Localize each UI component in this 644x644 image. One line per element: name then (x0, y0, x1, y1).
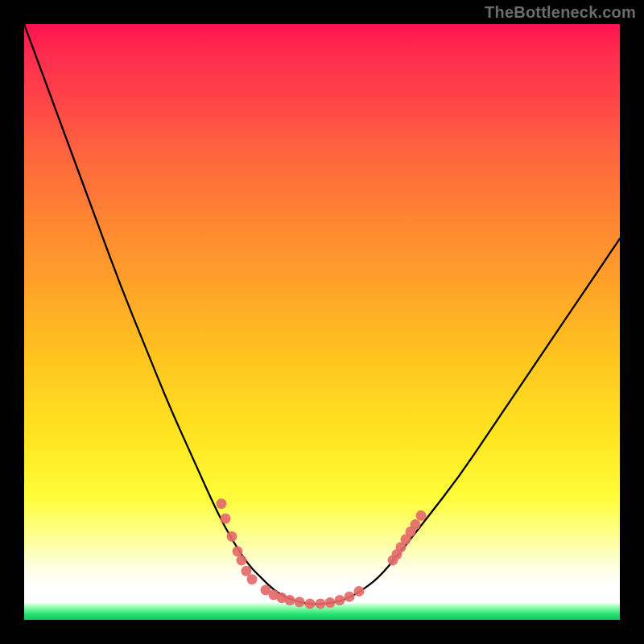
marker-dot (295, 597, 305, 607)
chart-frame: TheBottleneck.com (0, 0, 644, 644)
marker-dot (354, 586, 365, 597)
marker-group (217, 498, 427, 609)
marker-dot (221, 514, 231, 524)
attribution-label: TheBottleneck.com (485, 3, 636, 22)
marker-dot (227, 531, 237, 542)
marker-dot (237, 555, 247, 566)
marker-dot (247, 574, 258, 584)
marker-dot (316, 599, 326, 609)
marker-dot (345, 592, 355, 602)
marker-dot (233, 546, 243, 556)
marker-dot (325, 597, 336, 608)
marker-dot (335, 595, 345, 605)
marker-dot (411, 519, 421, 530)
marker-dot (217, 498, 227, 509)
bottleneck-curve (24, 24, 620, 604)
marker-dot (285, 595, 295, 605)
marker-dot (416, 510, 427, 521)
marker-dot (305, 599, 316, 609)
curve-svg (24, 24, 620, 620)
plot-area (24, 24, 620, 620)
